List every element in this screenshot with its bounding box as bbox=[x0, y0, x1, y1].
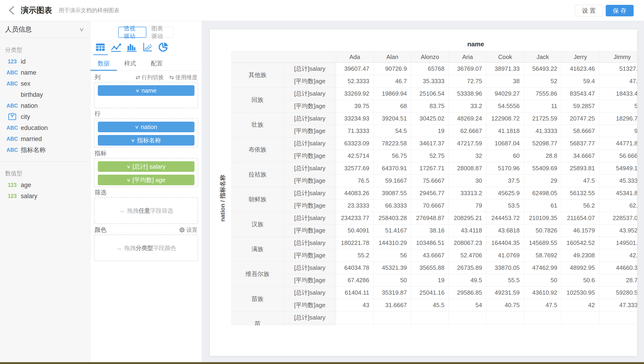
value-cell: 5170.96 bbox=[487, 162, 524, 175]
value-cell: 228537.06 bbox=[599, 212, 637, 224]
value-cell: 39087.55 bbox=[374, 187, 411, 200]
use-dimension-link[interactable]: ⇆使用维度 bbox=[169, 74, 197, 81]
field-pill-[平均数] age[interactable]: ∨[平均数] age bbox=[98, 175, 194, 185]
pivot-row: 苗族[总计]salary61404.1135319.8725041.162958… bbox=[232, 286, 637, 299]
value-cell: 43 bbox=[336, 299, 374, 312]
back-button[interactable] bbox=[7, 5, 17, 16]
field-item-id[interactable]: 123id bbox=[0, 56, 90, 67]
value-cell: 47.5 bbox=[524, 299, 562, 312]
value-cell: 211654.07 bbox=[562, 212, 599, 224]
value-cell: 28.75 bbox=[599, 274, 637, 286]
text-type-icon: ABC bbox=[6, 103, 19, 109]
save-button[interactable]: 保 存 bbox=[606, 5, 634, 16]
pill-label: nation bbox=[141, 124, 157, 131]
field-item-married[interactable]: ABCmarried bbox=[0, 134, 90, 144]
value-cell: 276948.87 bbox=[411, 212, 449, 224]
value-cell: 58.6667 bbox=[562, 125, 599, 137]
metric-label-cell: [平均数]age bbox=[284, 224, 336, 237]
pill-label: [总计] salary bbox=[132, 163, 165, 171]
dataset-name: 人员信息 bbox=[5, 25, 32, 34]
value-cell: 53.5 bbox=[487, 200, 524, 212]
value-cell: 45321.39 bbox=[374, 262, 411, 274]
value-cell: 50.7826 bbox=[524, 224, 562, 237]
nation-label-cell: 朝鲜族 bbox=[232, 187, 284, 212]
value-cell: 50 bbox=[374, 274, 411, 286]
pie-chart-icon[interactable] bbox=[158, 42, 168, 52]
value-cell: 59280.52 bbox=[599, 286, 637, 299]
color-settings-link[interactable]: 设置 bbox=[179, 226, 197, 234]
value-cell: 17267.71 bbox=[411, 162, 449, 175]
metric-label-cell: [总计]salary bbox=[284, 63, 336, 75]
line-chart-icon[interactable] bbox=[111, 42, 121, 52]
value-cell: 78223.58 bbox=[374, 137, 411, 150]
value-cell: 56 bbox=[374, 249, 411, 262]
value-cell: 46.1579 bbox=[562, 224, 599, 237]
tab-data[interactable]: 数据 bbox=[90, 58, 117, 70]
color-dropzone[interactable]: → 拖拽分类型字段颜色 bbox=[94, 234, 198, 261]
panel-tabs: 数据 样式 配置 bbox=[90, 58, 201, 71]
field-item-education[interactable]: ABCeducation bbox=[0, 122, 90, 134]
pivot-row: [平均数]age52.333346.735.333372.75385259.44… bbox=[232, 75, 637, 88]
field-item-name[interactable]: ABCname bbox=[0, 67, 90, 78]
tab-config[interactable]: 配置 bbox=[143, 58, 170, 70]
value-cell: 33870.05 bbox=[487, 262, 524, 274]
field-item-指标名称[interactable]: ABC指标名称 bbox=[0, 144, 90, 156]
field-pill-nation[interactable]: ∨nation bbox=[98, 122, 194, 132]
table-chart-icon[interactable] bbox=[95, 42, 106, 52]
value-cell: 59.1667 bbox=[374, 175, 411, 187]
value-cell: 64034.78 bbox=[336, 262, 374, 274]
swap-rows-columns-link[interactable]: ⇄行列切换 bbox=[136, 74, 164, 81]
rows-dropzone[interactable]: ∨nation∨指标名称 bbox=[94, 118, 198, 148]
settings-button[interactable]: 设 置 bbox=[575, 5, 603, 16]
dataset-selector[interactable]: 人员信息 ∨ bbox=[0, 21, 90, 38]
filter-label: 筛选 bbox=[95, 188, 107, 196]
value-cell: 66.3333 bbox=[374, 200, 411, 212]
value-cell: 149501.5 bbox=[599, 237, 637, 249]
field-item-sex[interactable]: ABCsex bbox=[0, 78, 90, 89]
field-label: age bbox=[21, 182, 31, 189]
metrics-dropzone[interactable]: ∨[总计] salary∨[平均数] age bbox=[94, 158, 198, 187]
sidebar-divider bbox=[0, 162, 90, 162]
value-cell: 244453.72 bbox=[487, 212, 524, 224]
field-item-city[interactable]: city bbox=[0, 111, 90, 122]
value-cell: 45341.87 bbox=[599, 187, 637, 200]
value-cell: 68 bbox=[374, 100, 411, 112]
filter-dropzone[interactable]: → 拖拽任意字段筛选 bbox=[94, 197, 198, 224]
value-cell: 59.4 bbox=[562, 75, 599, 88]
pill-label: [平均数] age bbox=[132, 176, 165, 184]
field-item-age[interactable]: 123age bbox=[0, 180, 90, 190]
value-cell: 33313.2 bbox=[449, 187, 487, 200]
value-cell: 56493.22 bbox=[524, 63, 562, 75]
field-pill-name[interactable]: ∨name bbox=[98, 85, 194, 96]
value-cell: 47217.59 bbox=[449, 137, 487, 150]
tab-style[interactable]: 样式 bbox=[117, 58, 143, 70]
value-cell: 45.5 bbox=[411, 299, 449, 312]
bar-chart-icon[interactable] bbox=[126, 42, 137, 52]
text-type-icon: ABC bbox=[6, 147, 19, 153]
pivot-col-header-Cook: Cook bbox=[487, 51, 524, 63]
value-cell: 42.5 bbox=[599, 249, 637, 262]
number-type-icon: 123 bbox=[6, 182, 19, 188]
pivot-col-header-Alan: Alan bbox=[374, 51, 411, 63]
value-cell: 61404.11 bbox=[336, 286, 374, 299]
dataset-sidebar: 人员信息 ∨ 分类型 123idABCnameABCsexbirthdayABC… bbox=[0, 21, 90, 362]
text-type-icon: ABC bbox=[6, 125, 19, 131]
chevron-down-icon: ∨ bbox=[126, 177, 131, 183]
metric-label-cell: [平均数]age bbox=[284, 100, 336, 112]
arrow-right-icon: → bbox=[119, 207, 125, 214]
field-pill-[总计] salary[interactable]: ∨[总计] salary bbox=[98, 161, 194, 172]
value-cell: 38971.33 bbox=[487, 63, 524, 75]
value-cell: 36769.07 bbox=[449, 63, 487, 75]
value-cell: 56.6667 bbox=[599, 150, 637, 162]
field-item-nation[interactable]: ABCnation bbox=[0, 100, 90, 111]
value-cell: 91 bbox=[599, 125, 637, 137]
field-item-salary[interactable]: 123salary bbox=[0, 190, 90, 202]
pivot-col-header-Jack: Jack bbox=[524, 51, 562, 63]
mode-pivot-button[interactable]: 透视驱动 bbox=[118, 27, 146, 38]
mode-chart-button[interactable]: 图表驱动 bbox=[146, 27, 174, 38]
columns-dropzone[interactable]: ∨name bbox=[94, 82, 198, 108]
scatter-chart-icon[interactable] bbox=[142, 42, 153, 52]
pivot-row: [平均数]age55.25643.666752.470641.076958.76… bbox=[232, 249, 637, 262]
field-pill-指标名称[interactable]: ∨指标名称 bbox=[98, 135, 194, 146]
field-item-birthday[interactable]: birthday bbox=[0, 89, 90, 100]
